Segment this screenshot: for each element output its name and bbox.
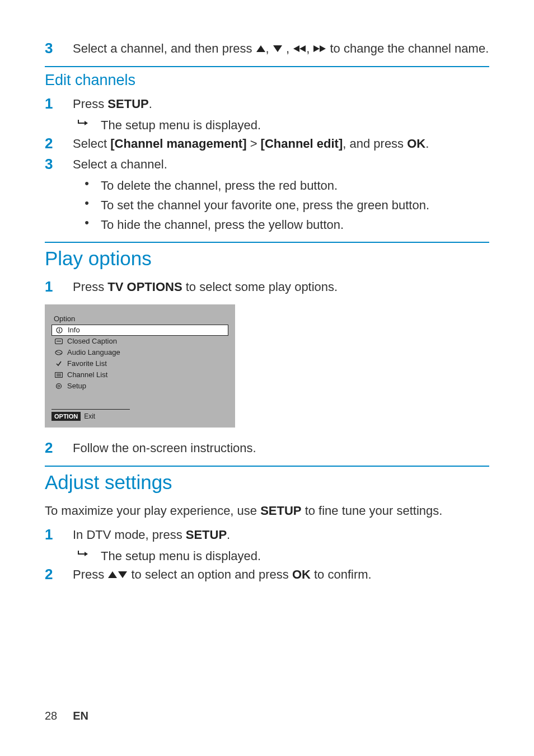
edit-step-2: 2 Select [Channel management] > [Channel… bbox=[45, 134, 489, 153]
step-number: 1 bbox=[45, 525, 73, 544]
play-step-2: 2 Follow the on-screen instructions. bbox=[45, 439, 489, 458]
step-text: Select a channel, and then press , , , t… bbox=[73, 39, 489, 58]
text-fragment: . bbox=[149, 97, 152, 111]
text-fragment: to select some play options. bbox=[182, 280, 338, 294]
text-bold: SETUP bbox=[107, 97, 148, 111]
heading-adjust-settings: Adjust settings bbox=[45, 471, 489, 494]
svg-marker-3 bbox=[299, 45, 306, 52]
step-number: 3 bbox=[45, 39, 73, 58]
page-language: EN bbox=[73, 710, 88, 722]
svg-marker-6 bbox=[85, 121, 88, 125]
bullet-text: To set the channel your favorite one, pr… bbox=[101, 196, 429, 214]
svg-marker-4 bbox=[313, 45, 320, 52]
text-fragment: , bbox=[283, 41, 293, 55]
divider bbox=[45, 242, 489, 243]
bullet-text: To hide the channel, press the yellow bu… bbox=[101, 215, 344, 234]
osd-item-setup: Setup bbox=[51, 381, 228, 392]
step-text: Press SETUP. bbox=[73, 95, 489, 113]
osd-footer-text: Exit bbox=[84, 412, 95, 420]
osd-label: Closed Caption bbox=[67, 337, 117, 345]
page-number: 28 bbox=[45, 710, 57, 722]
svg-marker-2 bbox=[293, 45, 299, 52]
text-fragment: . bbox=[227, 528, 230, 542]
step-text: Press TV OPTIONS to select some play opt… bbox=[73, 278, 489, 296]
rewind-icon bbox=[293, 41, 306, 55]
down-icon bbox=[118, 567, 128, 581]
adjust-intro: To maximize your play experience, use SE… bbox=[45, 501, 489, 520]
osd-item-channellist: Channel List bbox=[51, 369, 228, 381]
heading-play-options: Play options bbox=[45, 247, 489, 270]
text-fragment: . bbox=[425, 137, 429, 151]
step-number: 2 bbox=[45, 439, 73, 458]
edit-step-1-result: The setup menu is displayed. bbox=[73, 116, 489, 134]
adjust-step-1-result: The setup menu is displayed. bbox=[73, 547, 489, 565]
step-text: Select a channel. bbox=[73, 155, 489, 173]
osd-item-audio: Audio Language bbox=[51, 347, 228, 358]
svg-rect-11 bbox=[57, 341, 61, 341]
step-number: 3 bbox=[45, 155, 73, 174]
edit-bullet-3: • To hide the channel, press the yellow … bbox=[73, 215, 489, 234]
text-fragment: to select an option and press bbox=[128, 567, 292, 581]
option-badge: OPTION bbox=[51, 412, 81, 421]
svg-marker-1 bbox=[273, 45, 282, 52]
edit-step-1: 1 Press SETUP. bbox=[45, 95, 489, 114]
page-footer: 28 EN bbox=[45, 710, 88, 722]
text-bold: SETUP bbox=[186, 528, 227, 542]
caption-icon bbox=[55, 337, 63, 345]
result-text: The setup menu is displayed. bbox=[101, 547, 261, 565]
text-fragment: Select a channel, and then press bbox=[73, 41, 256, 55]
bullet-icon: • bbox=[73, 176, 101, 191]
text-bold: [Channel management] bbox=[110, 137, 246, 151]
osd-title: Option bbox=[54, 314, 228, 323]
osd-item-info: Info bbox=[51, 325, 228, 336]
step-number: 1 bbox=[45, 95, 73, 114]
osd-label: Channel List bbox=[67, 370, 107, 379]
bullet-icon: • bbox=[73, 215, 101, 230]
edit-bullet-2: • To set the channel your favorite one, … bbox=[73, 196, 489, 214]
text-bold: TV OPTIONS bbox=[107, 280, 182, 294]
svg-marker-0 bbox=[256, 45, 265, 52]
osd-label: Audio Language bbox=[67, 348, 120, 356]
osd-label: Setup bbox=[67, 382, 86, 390]
svg-point-8 bbox=[59, 328, 60, 330]
text-fragment: Press bbox=[73, 97, 107, 111]
result-text: The setup menu is displayed. bbox=[101, 116, 261, 134]
step-3-rename: 3 Select a channel, and then press , , ,… bbox=[45, 39, 489, 58]
text-bold: SETUP bbox=[260, 504, 301, 518]
step-number: 2 bbox=[45, 134, 73, 153]
text-fragment: Press bbox=[73, 280, 107, 294]
svg-marker-20 bbox=[85, 552, 88, 556]
step-text: In DTV mode, press SETUP. bbox=[73, 525, 489, 544]
bullet-text: To delete the channel, press the red but… bbox=[101, 176, 338, 195]
svg-point-18 bbox=[57, 383, 62, 388]
text-fragment: , bbox=[266, 41, 273, 55]
bullet-icon: • bbox=[73, 196, 101, 210]
svg-marker-5 bbox=[320, 45, 326, 52]
up-icon bbox=[107, 567, 118, 581]
osd-label: Favorite List bbox=[67, 359, 107, 368]
text-fragment: Select bbox=[73, 137, 110, 151]
step-text: Select [Channel management] > [Channel e… bbox=[73, 134, 489, 153]
text-bold: OK bbox=[292, 567, 311, 581]
text-fragment: to change the channel name. bbox=[326, 41, 489, 55]
info-icon bbox=[55, 326, 63, 334]
step-text: Follow the on-screen instructions. bbox=[73, 439, 489, 457]
adjust-step-2: 2 Press to select an option and press OK… bbox=[45, 565, 489, 584]
edit-bullet-1: • To delete the channel, press the red b… bbox=[73, 176, 489, 195]
divider bbox=[45, 66, 489, 67]
text-bold: [Channel edit] bbox=[261, 137, 343, 151]
text-fragment: > bbox=[247, 137, 261, 151]
svg-rect-9 bbox=[59, 330, 59, 332]
text-fragment: To maximize your play experience, use bbox=[45, 504, 260, 518]
list-icon bbox=[55, 371, 63, 379]
step-number: 1 bbox=[45, 278, 73, 297]
check-icon bbox=[55, 360, 63, 368]
text-fragment: to fine tune your settings. bbox=[302, 504, 443, 518]
svg-line-13 bbox=[56, 351, 62, 354]
svg-point-19 bbox=[58, 385, 60, 387]
gear-icon bbox=[55, 382, 63, 390]
osd-footer: OPTION Exit bbox=[51, 409, 130, 421]
osd-item-favorite: Favorite List bbox=[51, 358, 228, 369]
down-icon bbox=[273, 41, 283, 55]
step-number: 2 bbox=[45, 565, 73, 584]
